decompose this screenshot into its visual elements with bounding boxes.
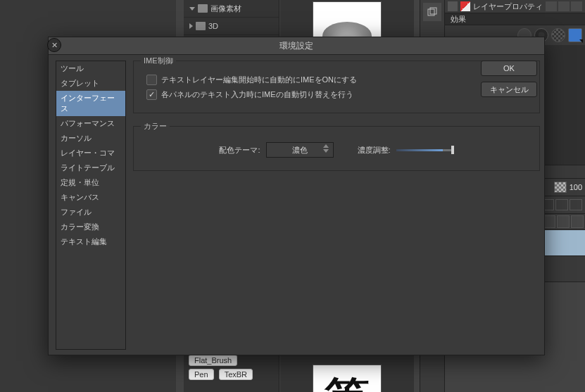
layer-property-header[interactable]: レイヤープロパティ bbox=[445, 0, 585, 13]
group-legend-color: カラー bbox=[141, 121, 170, 132]
close-icon: ✕ bbox=[51, 42, 58, 49]
opacity-checker-icon bbox=[554, 182, 567, 193]
grip-icon bbox=[448, 1, 458, 11]
material-thumb-brush[interactable]: 筆 bbox=[313, 365, 382, 392]
ruler-icon[interactable] bbox=[557, 215, 570, 228]
ime-control-group: IME制御 テキストレイヤー編集開始時に自動的にIMEをONにする 各パネルのテ… bbox=[133, 61, 540, 113]
density-slider[interactable] bbox=[396, 149, 454, 151]
tag-flat-brush[interactable]: Flat_Brush bbox=[189, 355, 237, 366]
density-label: 濃度調整: bbox=[358, 145, 391, 156]
tree-item-label: 画像素材 bbox=[210, 4, 241, 14]
color-theme-label: 配色テーマ: bbox=[219, 145, 260, 156]
stepper-arrows-icon bbox=[323, 144, 330, 153]
category-light-table[interactable]: ライトテーブル bbox=[56, 160, 125, 175]
brush-glyph-icon: 筆 bbox=[325, 369, 370, 393]
minimize-icon[interactable] bbox=[546, 1, 557, 11]
ok-button[interactable]: OK bbox=[481, 61, 537, 76]
tree-item-image[interactable]: 画像素材 bbox=[184, 0, 279, 18]
checkbox-checked-icon bbox=[146, 89, 157, 100]
group-legend-ime: IME制御 bbox=[141, 56, 176, 66]
panel-title: レイヤープロパティ bbox=[473, 1, 543, 12]
opacity-value[interactable]: 100 bbox=[570, 183, 582, 191]
tag-texbr[interactable]: TexBR bbox=[219, 369, 253, 380]
category-layer-frame[interactable]: レイヤー・コマ bbox=[56, 146, 125, 160]
category-color-convert[interactable]: カラー変換 bbox=[56, 220, 125, 234]
slider-knob-icon bbox=[451, 146, 454, 154]
category-canvas[interactable]: キャンバス bbox=[56, 190, 125, 205]
checkbox-label: テキストレイヤー編集開始時に自動的にIMEをONにする bbox=[161, 75, 357, 85]
category-list: ツール タブレット インターフェース パフォーマンス カーソル レイヤー・コマ … bbox=[56, 61, 126, 350]
checkbox-icon bbox=[146, 75, 157, 85]
dialog-titlebar[interactable]: ✕ 環境設定 bbox=[49, 37, 544, 55]
category-cursor[interactable]: カーソル bbox=[56, 131, 125, 146]
effect-row: 効果 bbox=[445, 13, 585, 25]
checkbox-ime-on-start[interactable]: テキストレイヤー編集開始時に自動的にIMEをONにする bbox=[146, 75, 532, 85]
chevron-down-icon bbox=[189, 7, 195, 11]
dialog-title: 環境設定 bbox=[279, 41, 313, 51]
cube-icon bbox=[196, 22, 206, 30]
effect-layer-color-icon[interactable] bbox=[568, 28, 582, 42]
preferences-dialog: ✕ 環境設定 ツール タブレット インターフェース パフォーマンス カーソル レ… bbox=[48, 37, 545, 355]
chevron-right-icon bbox=[189, 23, 193, 29]
app-backdrop: 画像素材 3D ComicStudio 筆 Flat_Brush Pen Tex… bbox=[0, 0, 585, 392]
category-tool[interactable]: ツール bbox=[56, 61, 125, 76]
category-tablet[interactable]: タブレット bbox=[56, 76, 125, 91]
lock-pos-icon[interactable] bbox=[570, 199, 582, 210]
slider-track bbox=[396, 149, 454, 151]
category-file[interactable]: ファイル bbox=[56, 205, 125, 220]
close-dialog-button[interactable]: ✕ bbox=[47, 38, 61, 52]
tree-item-3d[interactable]: 3D bbox=[184, 18, 279, 35]
brush-tag-area: Flat_Brush Pen TexBR bbox=[187, 353, 254, 381]
cancel-button[interactable]: キャンセル bbox=[481, 82, 537, 97]
checkbox-ime-auto-switch[interactable]: 各パネルのテキスト入力時にIMEの自動切り替えを行う bbox=[146, 89, 532, 100]
svg-rect-0 bbox=[428, 9, 434, 15]
category-performance[interactable]: パフォーマンス bbox=[56, 116, 125, 131]
category-text-edit[interactable]: テキスト編集 bbox=[56, 234, 125, 249]
category-ruler-unit[interactable]: 定規・単位 bbox=[56, 175, 125, 190]
svg-rect-1 bbox=[430, 8, 436, 14]
select-value: 濃色 bbox=[292, 145, 308, 156]
menu-icon[interactable] bbox=[558, 1, 570, 11]
color-group: カラー 配色テーマ: 濃色 濃度調整: bbox=[133, 126, 540, 171]
tag-pen[interactable]: Pen bbox=[189, 369, 214, 380]
paste-material-icon[interactable] bbox=[423, 3, 441, 21]
dialog-buttons: OK キャンセル bbox=[481, 61, 537, 97]
checkbox-label: 各パネルのテキスト入力時にIMEの自動切り替えを行う bbox=[161, 89, 353, 100]
picture-icon bbox=[198, 4, 208, 13]
preferences-content: IME制御 テキストレイヤー編集開始時に自動的にIMEをONにする 各パネルのテ… bbox=[126, 55, 544, 355]
tree-item-label: 3D bbox=[208, 22, 218, 30]
close-panel-icon[interactable] bbox=[571, 1, 582, 11]
category-interface[interactable]: インターフェース bbox=[56, 91, 125, 116]
lock-pixel-icon[interactable] bbox=[555, 199, 568, 210]
effect-label: 効果 bbox=[451, 14, 466, 25]
layer-prop-icon bbox=[460, 1, 470, 11]
effect-tone-icon[interactable] bbox=[551, 28, 565, 42]
delete-layer-icon[interactable] bbox=[571, 215, 584, 228]
color-theme-select[interactable]: 濃色 bbox=[266, 142, 334, 158]
